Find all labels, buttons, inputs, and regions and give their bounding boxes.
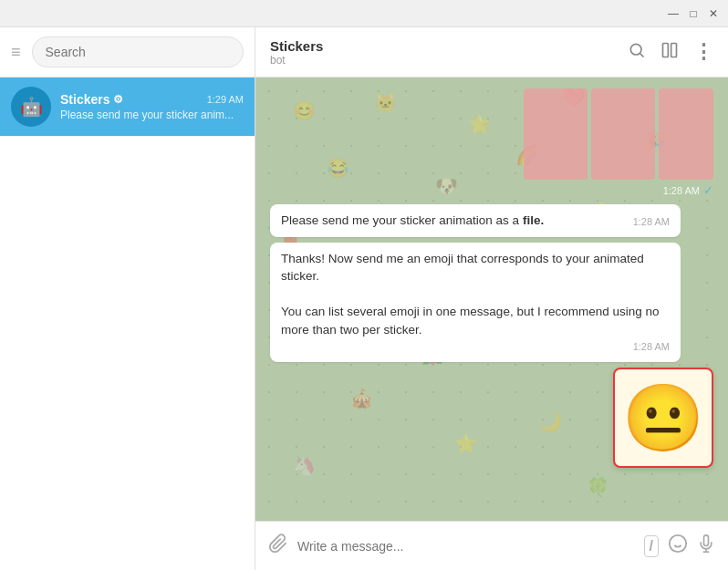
chat-title-block: Stickers bot: [270, 38, 323, 67]
search-box[interactable]: [32, 36, 244, 67]
svg-rect-2: [663, 43, 669, 57]
emoji-container: 😐: [613, 368, 713, 468]
chat-area: Stickers bot ⋮ 😊 🐱: [255, 27, 728, 570]
image-placeholder-3: [659, 88, 713, 180]
chat-header: Stickers bot ⋮: [255, 27, 728, 78]
read-check-icon: ✓: [703, 183, 713, 197]
chat-time: 1:29 AM: [207, 94, 244, 105]
svg-line-1: [640, 53, 644, 57]
avatar-emoji: 🤖: [20, 96, 43, 118]
attach-icon[interactable]: [268, 534, 288, 558]
message-input[interactable]: [297, 539, 635, 554]
chat-name-label: Stickers: [60, 92, 109, 107]
command-icon[interactable]: /: [644, 535, 659, 557]
svg-rect-3: [671, 43, 677, 57]
images-time-row: 1:28 AM ✓: [270, 183, 713, 197]
bubble-1-bold-text: file.: [523, 213, 544, 227]
chat-messages[interactable]: 😊 🐱 🌟 ❤️ 🎉 😂 🐶 🌈 💫 🎈 🦋 🌸 😍 🎭 🌺 💎 🎪 🌙 ⭐ 🦄…: [255, 78, 728, 521]
message-bubble-1: Please send me your sticker animation as…: [270, 204, 681, 237]
sidebar: ≡ 🤖 Stickers ⚙ 1:29 AM Please send me yo…: [0, 27, 255, 570]
bubble-1-content: Please send me your sticker animation as…: [281, 212, 670, 230]
hamburger-menu-icon[interactable]: ≡: [11, 43, 21, 62]
gear-icon: ⚙: [113, 93, 123, 106]
images-time: 1:28 AM: [663, 185, 700, 196]
svg-point-0: [630, 44, 641, 55]
chat-list-item[interactable]: 🤖 Stickers ⚙ 1:29 AM Please send me your…: [0, 78, 255, 136]
bubble-2-time: 1:28 AM: [633, 340, 670, 355]
emoji-icon[interactable]: [668, 534, 688, 558]
avatar: 🤖: [11, 87, 51, 127]
image-placeholder-1: [524, 88, 588, 180]
input-bar: /: [255, 521, 728, 570]
bubble-1-text-before: Please send me your sticker animation as…: [281, 213, 523, 227]
mic-icon[interactable]: [697, 534, 715, 558]
close-button[interactable]: ✕: [706, 6, 721, 21]
chat-title: Stickers: [270, 38, 323, 54]
bubble-2-text: Thanks! Now send me an emoji that corres…: [281, 250, 670, 339]
image-placeholder-2: [591, 88, 655, 180]
emoji-message: 😐: [270, 368, 713, 468]
chat-name: Stickers ⚙: [60, 92, 123, 107]
maximize-button[interactable]: □: [686, 6, 701, 21]
sidebar-header: ≡: [0, 27, 255, 78]
app-container: ≡ 🤖 Stickers ⚙ 1:29 AM Please send me yo…: [0, 27, 728, 570]
chat-subtitle: bot: [270, 54, 323, 67]
columns-icon[interactable]: [660, 41, 679, 64]
bubble-2-meta: 1:28 AM: [281, 340, 670, 355]
bubble-1-text: Please send me your sticker animation as…: [281, 212, 626, 230]
chat-info: Stickers ⚙ 1:29 AM Please send me your s…: [60, 92, 244, 121]
minimize-button[interactable]: —: [666, 6, 681, 21]
message-bubble-2: Thanks! Now send me an emoji that corres…: [270, 243, 681, 363]
chat-header-actions: ⋮: [628, 41, 713, 64]
svg-point-4: [670, 535, 686, 552]
titlebar: — □ ✕: [0, 0, 728, 27]
chat-name-row: Stickers ⚙ 1:29 AM: [60, 92, 244, 107]
chat-preview: Please send me your sticker anim...: [60, 109, 244, 121]
search-icon[interactable]: [628, 41, 646, 64]
image-row: [270, 88, 713, 180]
emoji-response: 😐: [622, 379, 704, 457]
bubble-1-time: 1:28 AM: [633, 215, 670, 230]
more-icon[interactable]: ⋮: [693, 42, 713, 62]
search-input[interactable]: [46, 45, 230, 59]
